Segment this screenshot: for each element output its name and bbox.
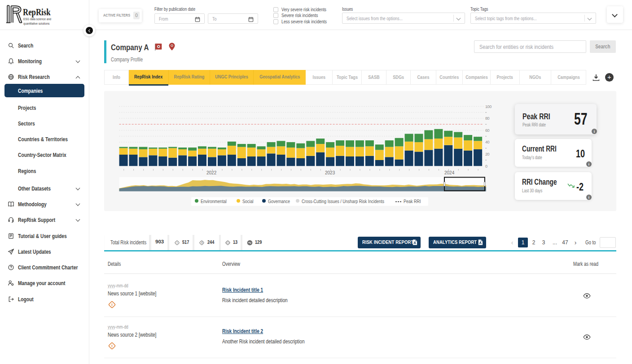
svg-text:!: ! [111,344,113,348]
svg-text:100: 100 [485,104,492,109]
svg-text:80: 80 [485,116,490,121]
svg-text:40: 40 [485,140,490,144]
svg-text:!: ! [111,303,113,307]
svg-text:20: 20 [485,152,490,156]
svg-text:60: 60 [485,128,490,133]
svg-text:!: ! [176,241,177,244]
svg-text:2024: 2024 [444,170,455,175]
svg-text:2022: 2022 [206,170,217,175]
svg-text:0: 0 [485,164,487,169]
svg-text:2023: 2023 [325,170,335,175]
